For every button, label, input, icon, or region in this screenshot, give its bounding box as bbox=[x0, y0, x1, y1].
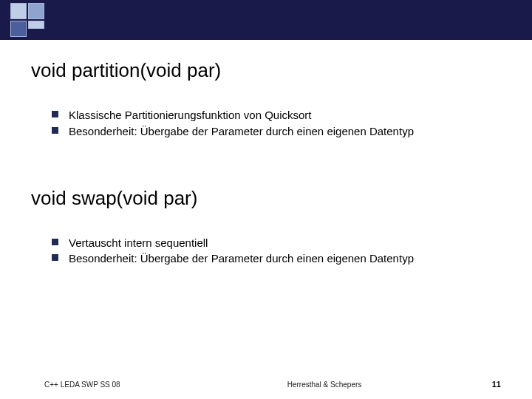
list-item-text: Besonderheit: Übergabe der Parameter dur… bbox=[69, 123, 414, 140]
square-bullet-icon bbox=[52, 127, 58, 134]
list-item: Vertauscht intern sequentiell bbox=[31, 235, 501, 251]
slide-footer: C++ LEDA SWP SS 08 Herresthal & Schepers… bbox=[0, 380, 532, 389]
slide-top-bar bbox=[0, 0, 532, 40]
bullet-list: Vertauscht intern sequentiell Besonderhe… bbox=[31, 235, 501, 267]
decorative-square bbox=[10, 21, 27, 37]
decorative-squares-row2 bbox=[10, 21, 44, 37]
list-item-text: Vertauscht intern sequentiell bbox=[69, 235, 208, 251]
bullet-list: Klassische Partitionierungsfunktion von … bbox=[31, 107, 501, 140]
list-item-text: Besonderheit: Übergabe der Parameter dur… bbox=[69, 250, 414, 267]
section-heading: void swap(void par) bbox=[31, 187, 501, 210]
square-bullet-icon bbox=[52, 254, 58, 261]
list-item: Besonderheit: Übergabe der Parameter dur… bbox=[31, 123, 501, 140]
footer-left: C++ LEDA SWP SS 08 bbox=[44, 381, 192, 389]
decorative-squares-row1 bbox=[0, 0, 44, 19]
decorative-square bbox=[10, 3, 27, 19]
list-item: Besonderheit: Übergabe der Parameter dur… bbox=[31, 250, 501, 267]
page-number: 11 bbox=[457, 380, 501, 389]
list-item: Klassische Partitionierungsfunktion von … bbox=[31, 107, 501, 123]
square-bullet-icon bbox=[52, 111, 58, 117]
square-bullet-icon bbox=[52, 239, 58, 245]
section-heading: void partition(void par) bbox=[31, 59, 501, 82]
list-item-text: Klassische Partitionierungsfunktion von … bbox=[69, 107, 312, 123]
decorative-square bbox=[28, 21, 44, 29]
decorative-square bbox=[28, 3, 44, 19]
footer-center: Herresthal & Schepers bbox=[192, 381, 457, 389]
slide-content: void partition(void par) Klassische Part… bbox=[0, 40, 532, 399]
